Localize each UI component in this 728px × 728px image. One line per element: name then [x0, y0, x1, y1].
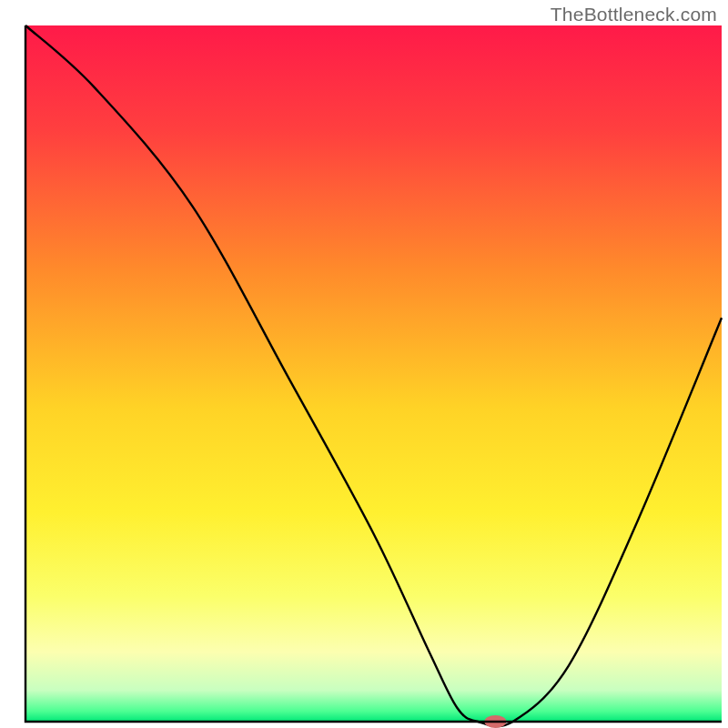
chart-background: [25, 25, 722, 722]
watermark-text: TheBottleneck.com: [551, 4, 717, 25]
bottleneck-chart: [0, 0, 728, 728]
